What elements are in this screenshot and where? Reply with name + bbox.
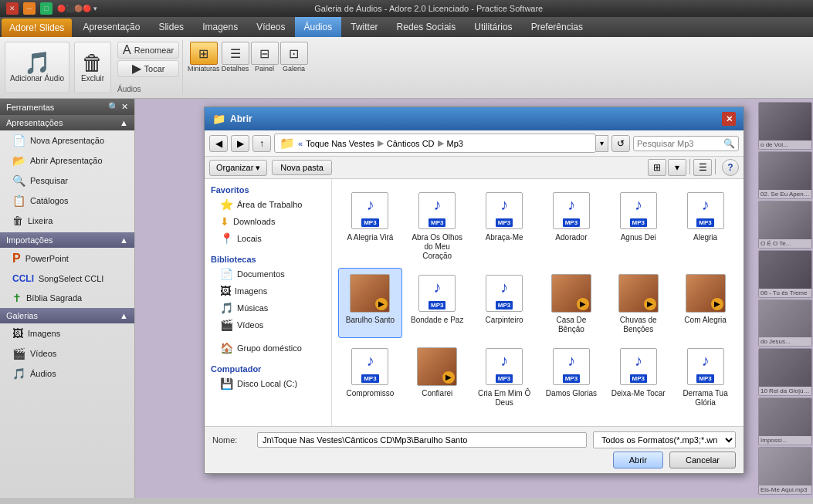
file-item[interactable]: MP3Carpinteiro [473, 268, 537, 338]
menu-videos[interactable]: Vídeos [247, 17, 294, 37]
nav-forward-button[interactable]: ▶ [231, 135, 249, 152]
ds-grupo-domestico[interactable]: 🏠 Grupo doméstico [208, 340, 328, 357]
nav-refresh-button[interactable]: ↺ [611, 135, 630, 152]
add-audio-button[interactable]: 🎵 Adicionar Áudio [5, 42, 69, 93]
view-miniaturas-button[interactable]: ⊞ [190, 42, 218, 65]
cancel-button[interactable]: Cancelar [669, 452, 736, 468]
file-thumb: ▶ [615, 272, 662, 314]
grupo-icon: 🏠 [220, 342, 233, 354]
file-name: Deixa-Me Tocar [611, 389, 666, 398]
view-detalhes-button[interactable]: ☰ [222, 42, 249, 65]
view-toggle-dropdown[interactable]: ▾ [668, 159, 686, 176]
ds-downloads[interactable]: ⬇ Downloads [208, 213, 328, 230]
sidebar-item-imagens[interactable]: 🖼 Imagens [0, 323, 134, 343]
view-painel-button[interactable]: ⊟ [251, 42, 279, 65]
sidebar-item-nova-apresentacao[interactable]: 📄 Nova Apresentação [0, 130, 134, 151]
ds-favoritos-header[interactable]: Favoritos [208, 184, 328, 196]
remove-audio-button[interactable]: 🗑 Excluir [74, 42, 111, 93]
ds-documentos[interactable]: 📄 Documentos [208, 266, 328, 282]
file-item[interactable]: MP3Cria Em Mim Ô Deus [473, 341, 537, 411]
sidebar-item-audios[interactable]: 🎵 Áudios [0, 364, 134, 384]
sidebar-item-catalogos[interactable]: 📋 Catálogos [0, 191, 134, 211]
file-item[interactable]: MP3Alegria [673, 185, 737, 265]
menu-slides[interactable]: Slides [149, 17, 193, 37]
search-input[interactable] [637, 139, 722, 148]
breadcrumb-bar[interactable]: 📁 « Toque Nas Vestes ▶ Cânticos CD ▶ Mp3 [274, 134, 596, 153]
ds-favoritos-group: Favoritos ⭐ Área de Trabalho ⬇ Downloads [208, 184, 328, 247]
sidebar-item-videos[interactable]: 🎬 Vídeos [0, 343, 134, 364]
file-item[interactable]: ▶Chuvas de Benções [606, 268, 670, 338]
title-icon-close[interactable]: ✕ [6, 2, 19, 15]
nav-up-button[interactable]: ↑ [252, 135, 271, 152]
title-icon-maximize[interactable]: □ [40, 2, 53, 15]
ds-computador-header[interactable]: Computador [208, 363, 328, 375]
file-thumb: MP3 [481, 272, 527, 314]
menu-audios[interactable]: Áudios [295, 17, 342, 37]
nova-pasta-button[interactable]: Nova pasta [272, 160, 332, 175]
file-name: Agnus Dei [621, 233, 656, 242]
sidebar-item-lixeira[interactable]: 🗑 Lixeira [0, 211, 134, 231]
sidebar-item-powerpoint[interactable]: P PowerPoint [0, 248, 134, 269]
file-item[interactable]: ▶Confiarei [405, 341, 469, 411]
ds-disco-local[interactable]: 💾 Disco Local (C:) [208, 375, 328, 392]
ds-area-trabalho[interactable]: ⭐ Área de Trabalho [208, 196, 328, 213]
title-icon-minimize[interactable]: ─ [23, 2, 36, 15]
file-item[interactable]: MP3Abra Os Olhos do Meu Coração [405, 185, 469, 265]
menu-imagens[interactable]: Imagens [193, 17, 247, 37]
nav-back-button[interactable]: ◀ [209, 135, 228, 152]
menu-preferencias[interactable]: Preferências [522, 17, 592, 37]
file-item[interactable]: ▶Casa De Bênção [540, 268, 604, 338]
sidebar-item-songselect[interactable]: CCLI SongSelect CCLI [0, 269, 134, 288]
sidebar-ferramentas-header[interactable]: Ferramentas 🔍 ✕ [0, 99, 134, 115]
rename-button[interactable]: A Renomear [117, 42, 179, 59]
file-item[interactable]: MP3Derrama Tua Glória [673, 341, 737, 411]
file-item[interactable]: ▶Barulho Santo [338, 268, 402, 338]
sidebar-item-biblia[interactable]: ✝ Bíblia Sagrada [0, 288, 134, 308]
footer-format-dropdown[interactable]: Todos os Formatos(*.mp3;*.wn [593, 431, 736, 448]
file-grid-container: MP3A Alegria ViráMP3Abra Os Olhos do Meu… [332, 179, 744, 426]
area-trabalho-icon: ⭐ [220, 198, 233, 211]
sidebar-galerias-header[interactable]: Galerias ▲ [0, 308, 134, 323]
ds-bibliotecas-header[interactable]: Bibliotecas [208, 253, 328, 266]
sidebar-apresentacoes-header[interactable]: Apresentações ▲ [0, 115, 134, 130]
menu-adore-slides[interactable]: Adore! Slides [2, 19, 72, 37]
content-area: o de Vol... 02. Se Eu Apena.. O É O Te..… [135, 99, 813, 498]
file-item[interactable]: ▶Com Alegria [673, 268, 737, 338]
view-detalhes-label: Detalhes [222, 65, 249, 73]
help-button[interactable]: ? [722, 159, 739, 176]
view-toggle-grid[interactable]: ⊞ [648, 159, 666, 176]
menu-twitter[interactable]: Twitter [341, 17, 387, 37]
sidebar-importacoes-header[interactable]: Importações ▲ [0, 232, 134, 248]
dialog-close-button[interactable]: ✕ [722, 112, 736, 126]
view-galeria-button[interactable]: ⊡ [280, 42, 308, 65]
play-button[interactable]: ▶ Tocar [117, 60, 179, 77]
organizar-button[interactable]: Organizar ▾ [209, 160, 267, 176]
open-file-dialog: 📁 Abrir ✕ ◀ ▶ ↑ 📁 « Toque Nas Vestes [204, 107, 744, 474]
biblia-icon: ✝ [12, 292, 22, 304]
file-name: Barulho Santo [346, 316, 395, 325]
file-item[interactable]: MP3Compromisso [338, 341, 402, 411]
dialog-body: Favoritos ⭐ Área de Trabalho ⬇ Downloads [205, 179, 744, 426]
ds-videos[interactable]: 🎬 Vídeos [208, 316, 328, 333]
dialog-overlay: 📁 Abrir ✕ ◀ ▶ ↑ 📁 « Toque Nas Vestes [135, 99, 813, 498]
ds-imagens[interactable]: 🖼 Imagens [208, 282, 328, 299]
file-item[interactable]: MP3A Alegria Virá [338, 185, 402, 265]
menu-redes-sociais[interactable]: Redes Sociais [388, 17, 466, 37]
file-item[interactable]: MP3Damos Glorias [540, 341, 604, 411]
menu-utilitarios[interactable]: Utilitários [465, 17, 521, 37]
open-button[interactable]: Abrir [613, 452, 663, 468]
file-item[interactable]: MP3Abraça-Me [473, 185, 537, 265]
search-icon[interactable]: 🔍 [723, 138, 735, 149]
ds-musicas[interactable]: 🎵 Músicas [208, 299, 328, 316]
sidebar-item-pesquisar[interactable]: 🔍 Pesquisar [0, 171, 134, 191]
breadcrumb-dropdown[interactable]: ▾ [596, 135, 608, 152]
file-item[interactable]: MP3Agnus Dei [606, 185, 670, 265]
file-item[interactable]: MP3Deixa-Me Tocar [606, 341, 670, 411]
file-item[interactable]: MP3Bondade e Paz [405, 268, 469, 338]
view-toggle-list[interactable]: ☰ [693, 159, 712, 176]
menu-apresentacao[interactable]: Apresentação [73, 17, 149, 37]
footer-name-input[interactable] [257, 432, 587, 448]
ds-locais[interactable]: 📍 Locais [208, 230, 328, 247]
file-item[interactable]: MP3Adorador [540, 185, 604, 265]
sidebar-item-abrir-apresentacao[interactable]: 📂 Abrir Apresentação [0, 151, 134, 171]
